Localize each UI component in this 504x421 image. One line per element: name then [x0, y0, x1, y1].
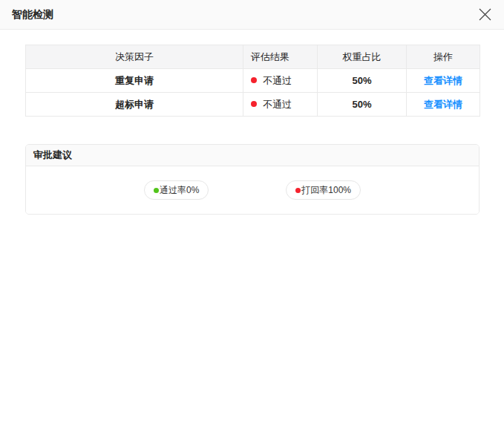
view-details-link[interactable]: 查看详情	[424, 75, 462, 86]
detection-table: 决策因子 评估结果 权重占比 操作 重复申请 不通过 50% 查看详情 超标申请…	[25, 45, 480, 117]
dialog-title: 智能检测	[12, 8, 53, 22]
approval-suggestion-title: 审批建议	[33, 149, 72, 162]
reject-dot-icon	[295, 188, 301, 193]
factor-cell: 重复申请	[26, 69, 243, 93]
weight-cell: 50%	[318, 69, 407, 93]
approval-suggestion-card: 审批建议 通过率0% 打回率100%	[25, 144, 480, 215]
result-cell: 不通过	[243, 69, 318, 93]
table-row: 重复申请 不通过 50% 查看详情	[26, 69, 480, 93]
fail-dot-icon	[251, 101, 257, 107]
pass-rate-badge: 通过率0%	[144, 180, 209, 200]
reject-rate-badge: 打回率100%	[286, 180, 361, 200]
column-header-result: 评估结果	[243, 45, 318, 69]
result-text: 不通过	[263, 99, 292, 110]
result-cell: 不通过	[243, 93, 318, 117]
result-text: 不通过	[263, 75, 292, 86]
fail-dot-icon	[251, 77, 257, 83]
pass-rate-label: 通过率0%	[160, 184, 199, 196]
factor-cell: 超标申请	[26, 93, 243, 117]
column-header-factor: 决策因子	[26, 45, 243, 69]
pass-dot-icon	[154, 188, 159, 193]
column-header-weight: 权重占比	[318, 45, 407, 69]
weight-cell: 50%	[318, 93, 407, 117]
dialog-header: 智能检测	[0, 0, 504, 30]
approval-suggestion-header: 审批建议	[26, 145, 479, 166]
close-button[interactable]	[476, 6, 494, 24]
action-cell: 查看详情	[407, 69, 480, 93]
reject-rate-label: 打回率100%	[301, 184, 351, 196]
column-header-action: 操作	[407, 45, 480, 69]
action-cell: 查看详情	[407, 93, 480, 117]
approval-suggestion-body: 通过率0% 打回率100%	[26, 166, 479, 214]
table-row: 超标申请 不通过 50% 查看详情	[26, 93, 480, 117]
table-header-row: 决策因子 评估结果 权重占比 操作	[26, 45, 480, 69]
view-details-link[interactable]: 查看详情	[424, 99, 462, 110]
close-icon	[479, 8, 491, 21]
